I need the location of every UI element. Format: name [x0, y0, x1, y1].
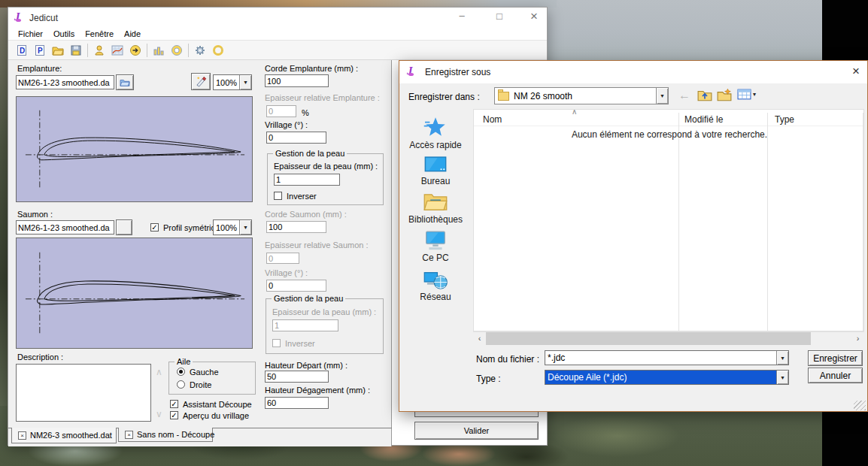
resize-grip[interactable]: [854, 401, 866, 410]
column-header-type[interactable]: Type: [775, 114, 794, 125]
sidebar-item-libraries[interactable]: Bibliothèques: [399, 191, 472, 225]
open-folder-icon[interactable]: [49, 42, 67, 59]
column-header-nom[interactable]: Nom: [483, 114, 502, 125]
emplanture-file-input[interactable]: [16, 75, 114, 89]
close-button[interactable]: ×: [523, 9, 545, 24]
cancel-button[interactable]: Annuler: [808, 368, 863, 383]
sidebar-item-network[interactable]: Réseau: [399, 270, 472, 302]
this-pc-icon: [423, 231, 448, 251]
peau-emplanture-input[interactable]: [274, 174, 340, 186]
tab-close-icon[interactable]: ×: [125, 431, 133, 439]
back-arrow-icon[interactable]: ←: [676, 89, 693, 104]
description-textarea[interactable]: [16, 364, 151, 422]
emplanture-open-button[interactable]: [116, 74, 134, 90]
apercu-vrillage-checkbox[interactable]: ✓: [170, 411, 178, 419]
tab-close-icon[interactable]: ×: [18, 431, 26, 440]
column-header-modifie[interactable]: Modifié le: [684, 114, 723, 125]
chevron-down-icon[interactable]: ▼: [776, 371, 788, 384]
new-folder-icon[interactable]: [717, 88, 732, 101]
epaisseur-saumon-input[interactable]: [266, 253, 299, 264]
file-list-hscrollbar[interactable]: ‹ ›: [473, 331, 864, 344]
tab-decoupe[interactable]: × Sans nom - Découpe: [118, 428, 213, 442]
save-button[interactable]: Enregistrer: [808, 350, 863, 366]
sidebar-item-quick-access[interactable]: Accès rapide: [399, 116, 472, 150]
peau-emplanture-label: Epaisseur de la peau (mm) :: [274, 162, 378, 171]
sidebar-item-desktop[interactable]: Bureau: [399, 156, 472, 186]
settings-gear-icon[interactable]: [191, 42, 209, 59]
sidebar-item-label: Accès rapide: [399, 140, 472, 150]
tab-profile-file[interactable]: × NM26-3 smoothed.dat: [11, 428, 117, 443]
corde-saumon-input[interactable]: [266, 221, 326, 233]
new-doc-p-icon[interactable]: P: [31, 42, 49, 59]
network-icon: [423, 270, 448, 290]
menu-fenetre[interactable]: Fenêtre: [80, 29, 119, 38]
filename-combo[interactable]: *.jdc ▼: [545, 350, 789, 365]
column-divider[interactable]: [863, 113, 863, 331]
save-in-select[interactable]: NM 26 smooth ▼: [494, 87, 669, 104]
menu-fichier[interactable]: Fichier: [13, 29, 48, 38]
emplanture-zoom-select[interactable]: 100% ▼: [213, 74, 252, 90]
filetype-value: Découpe Aile (*.jdc): [545, 371, 776, 384]
vrillage-emplanture-input[interactable]: [266, 132, 326, 144]
titlebar[interactable]: J Jedicut – □ ×: [8, 8, 547, 27]
epaisseur-emplanture-input[interactable]: [266, 105, 296, 117]
vrillage-emplanture-label: Vrillage (°) :: [265, 120, 308, 129]
menu-aide[interactable]: Aide: [119, 29, 146, 38]
valider-button[interactable]: Valider: [414, 422, 539, 440]
saumon-open-button[interactable]: [116, 219, 132, 235]
peau-saumon-label: Epaisseur de la peau (mm) :: [272, 307, 376, 316]
filetype-combo[interactable]: Découpe Aile (*.jdc) ▼: [545, 370, 789, 385]
aile-droite-radio[interactable]: [177, 380, 185, 389]
bars-icon[interactable]: [150, 42, 168, 59]
folder-icon: [498, 92, 509, 101]
emplanture-edit-button[interactable]: [191, 73, 211, 90]
inverser-saumon-checkbox[interactable]: [272, 339, 281, 347]
emplanture-profile-view: [16, 96, 253, 202]
profile-grid-icon[interactable]: [108, 42, 126, 59]
profil-symetrique-checkbox[interactable]: ✓: [150, 223, 159, 231]
dialog-close-icon[interactable]: ×: [846, 64, 866, 80]
aile-gauche-radio[interactable]: [177, 368, 185, 376]
assistant-decoupe-checkbox[interactable]: ✓: [170, 400, 178, 408]
sidebar-item-this-pc[interactable]: Ce PC: [399, 231, 472, 263]
ring-icon[interactable]: [209, 42, 227, 59]
saumon-file-input[interactable]: [16, 220, 114, 235]
scroll-left-icon[interactable]: ‹: [473, 332, 486, 345]
up-folder-icon[interactable]: [697, 88, 712, 101]
chevron-down-icon[interactable]: ▼: [239, 75, 251, 89]
new-doc-d-icon[interactable]: D: [13, 42, 31, 59]
scrollbar-thumb[interactable]: [486, 332, 811, 345]
inverser-emplanture-checkbox[interactable]: [274, 192, 282, 200]
assistant-icon[interactable]: [90, 42, 108, 59]
maximize-button[interactable]: □: [488, 11, 511, 26]
save-in-label: Enregistrer dans :: [408, 92, 480, 102]
hauteur-degagement-input[interactable]: [265, 397, 329, 409]
minimize-button[interactable]: –: [451, 10, 473, 25]
chevron-down-icon[interactable]: ▼: [776, 351, 788, 365]
scroll-down-icon[interactable]: ∨: [156, 409, 162, 419]
hauteur-depart-input[interactable]: [265, 371, 329, 383]
column-divider[interactable]: [767, 113, 768, 331]
quick-access-icon: [423, 116, 448, 138]
target-icon[interactable]: [168, 42, 186, 59]
peau-saumon-input[interactable]: [272, 319, 338, 331]
sidebar-item-label: Bureau: [399, 176, 472, 186]
peau-saumon-group: Gestion de la peau Epaisseur de la peau …: [266, 298, 384, 354]
go-arrow-icon[interactable]: [126, 42, 144, 59]
menu-outils[interactable]: Outils: [48, 29, 80, 38]
scroll-up-icon[interactable]: ∧: [156, 367, 162, 377]
chevron-down-icon[interactable]: ▼: [656, 88, 668, 104]
saumon-zoom-select[interactable]: 100% ▼: [213, 219, 252, 235]
chevron-down-icon[interactable]: ▼: [239, 220, 251, 235]
save-icon[interactable]: [67, 42, 85, 59]
scroll-right-icon[interactable]: ›: [851, 332, 864, 345]
file-list[interactable]: ∧ Nom Modifié le Type T Aucun élément ne…: [473, 109, 864, 331]
svg-text:P: P: [38, 47, 43, 55]
views-icon[interactable]: ▾: [737, 89, 756, 100]
vrillage-saumon-input[interactable]: [266, 280, 326, 292]
column-divider[interactable]: [678, 113, 679, 331]
corde-emplanture-input[interactable]: [265, 74, 329, 87]
saumon-profile-view: [16, 238, 253, 349]
dialog-title: Enregistrer sous: [425, 67, 490, 77]
dialog-titlebar[interactable]: J Enregistrer sous ×: [399, 61, 867, 83]
